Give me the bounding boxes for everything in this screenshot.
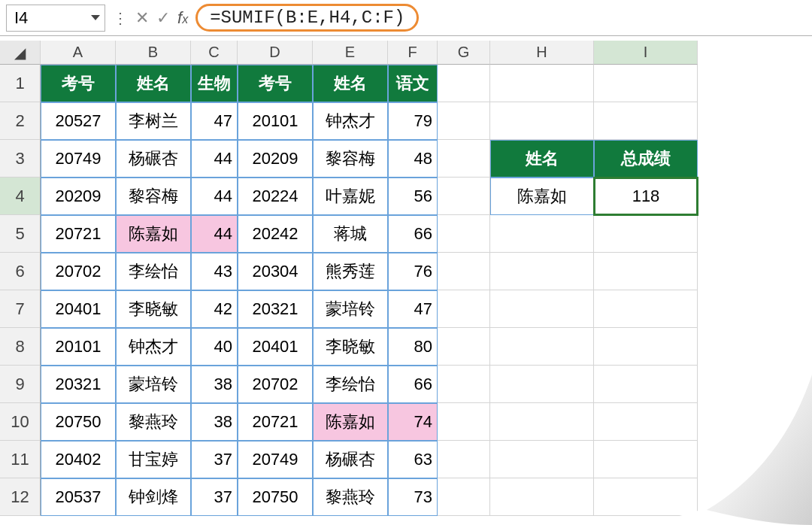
cell[interactable]: 蒙培铃 xyxy=(313,290,388,328)
cell[interactable]: 20721 xyxy=(238,403,313,441)
header-cell[interactable]: 考号 xyxy=(238,65,313,102)
cell[interactable]: 42 xyxy=(191,290,238,328)
cell[interactable]: 黎燕玲 xyxy=(313,478,388,516)
selected-cell[interactable]: 118 xyxy=(594,178,698,215)
cell[interactable] xyxy=(594,403,698,441)
row-header[interactable]: 10 xyxy=(0,403,41,441)
cell[interactable] xyxy=(594,253,698,290)
cell[interactable]: 47 xyxy=(388,290,438,328)
cell[interactable]: 姓名 xyxy=(490,140,594,178)
cell[interactable]: 20537 xyxy=(41,478,116,516)
cell[interactable]: 李晓敏 xyxy=(116,290,191,328)
cell[interactable]: 44 xyxy=(191,140,238,178)
cell[interactable]: 钟剑烽 xyxy=(116,478,191,516)
cell[interactable]: 20750 xyxy=(41,403,116,441)
cell[interactable] xyxy=(490,441,594,478)
cell[interactable] xyxy=(490,65,594,102)
cell[interactable] xyxy=(490,478,594,516)
cell[interactable]: 陈嘉如 xyxy=(313,403,388,441)
fx-icon[interactable]: fx xyxy=(177,8,188,28)
cell[interactable]: 甘宝婷 xyxy=(116,441,191,478)
cell[interactable]: 20224 xyxy=(238,178,313,215)
cell[interactable] xyxy=(438,178,490,215)
cell[interactable] xyxy=(438,215,490,253)
col-header[interactable]: C xyxy=(191,41,238,65)
cell[interactable] xyxy=(594,478,698,516)
cell[interactable]: 20402 xyxy=(41,441,116,478)
formula-input[interactable]: =SUMIF(B:E,H4,C:F) xyxy=(195,4,419,32)
cell[interactable]: 总成绩 xyxy=(594,140,698,178)
cell[interactable]: 66 xyxy=(388,215,438,253)
header-cell[interactable]: 姓名 xyxy=(116,65,191,102)
col-header[interactable]: F xyxy=(388,41,438,65)
cell[interactable] xyxy=(490,102,594,140)
cell[interactable]: 李绘怡 xyxy=(116,253,191,290)
cell[interactable]: 20527 xyxy=(41,102,116,140)
cell[interactable] xyxy=(438,140,490,178)
row-header[interactable]: 7 xyxy=(0,290,41,328)
cell[interactable] xyxy=(594,102,698,140)
cell[interactable]: 63 xyxy=(388,441,438,478)
cell[interactable]: 80 xyxy=(388,328,438,366)
header-cell[interactable]: 生物 xyxy=(191,65,238,102)
cell[interactable]: 37 xyxy=(191,441,238,478)
col-header[interactable]: H xyxy=(490,41,594,65)
row-header[interactable]: 12 xyxy=(0,478,41,516)
cell[interactable] xyxy=(438,102,490,140)
cell[interactable]: 20702 xyxy=(238,366,313,403)
cell[interactable]: 37 xyxy=(191,478,238,516)
cell[interactable]: 20101 xyxy=(41,328,116,366)
cell[interactable]: 黎容梅 xyxy=(116,178,191,215)
cell[interactable]: 20749 xyxy=(41,140,116,178)
row-header[interactable]: 9 xyxy=(0,366,41,403)
cell[interactable] xyxy=(594,366,698,403)
cell[interactable] xyxy=(438,253,490,290)
cell[interactable] xyxy=(490,403,594,441)
cell[interactable]: 20304 xyxy=(238,253,313,290)
cell[interactable]: 李绘怡 xyxy=(313,366,388,403)
row-header[interactable]: 5 xyxy=(0,215,41,253)
cell[interactable] xyxy=(438,65,490,102)
cell[interactable]: 李晓敏 xyxy=(313,328,388,366)
cell[interactable]: 钟杰才 xyxy=(313,102,388,140)
cell[interactable]: 66 xyxy=(388,366,438,403)
cell[interactable]: 杨碾杏 xyxy=(313,441,388,478)
cell[interactable]: 48 xyxy=(388,140,438,178)
cell[interactable] xyxy=(438,478,490,516)
row-header[interactable]: 8 xyxy=(0,328,41,366)
row-header[interactable]: 2 xyxy=(0,102,41,140)
cell[interactable]: 56 xyxy=(388,178,438,215)
cell[interactable] xyxy=(490,328,594,366)
cell[interactable] xyxy=(438,290,490,328)
cell[interactable] xyxy=(594,328,698,366)
col-header[interactable]: D xyxy=(238,41,313,65)
cell[interactable]: 陈嘉如 xyxy=(490,178,594,215)
cell[interactable] xyxy=(438,441,490,478)
cell[interactable]: 20749 xyxy=(238,441,313,478)
row-header[interactable]: 6 xyxy=(0,253,41,290)
cell[interactable]: 蒙培铃 xyxy=(116,366,191,403)
cell[interactable]: 47 xyxy=(191,102,238,140)
cell[interactable] xyxy=(490,253,594,290)
cell[interactable]: 20321 xyxy=(238,290,313,328)
cell[interactable] xyxy=(594,215,698,253)
cell[interactable]: 叶嘉妮 xyxy=(313,178,388,215)
row-header[interactable]: 3 xyxy=(0,140,41,178)
col-header[interactable]: E xyxy=(313,41,388,65)
cancel-icon[interactable]: ✕ xyxy=(135,8,149,28)
cell[interactable]: 20401 xyxy=(238,328,313,366)
cell[interactable] xyxy=(490,290,594,328)
col-header[interactable]: G xyxy=(438,41,490,65)
header-cell[interactable]: 考号 xyxy=(41,65,116,102)
col-header[interactable]: I xyxy=(594,41,698,65)
cell[interactable]: 38 xyxy=(191,366,238,403)
cell[interactable]: 熊秀莲 xyxy=(313,253,388,290)
cell[interactable] xyxy=(438,403,490,441)
select-all-corner[interactable]: ◢ xyxy=(0,41,41,65)
cell[interactable]: 20242 xyxy=(238,215,313,253)
cell[interactable]: 20101 xyxy=(238,102,313,140)
row-header[interactable]: 1 xyxy=(0,65,41,102)
cell[interactable]: 陈嘉如 xyxy=(116,215,191,253)
cell[interactable]: 79 xyxy=(388,102,438,140)
cell[interactable]: 20321 xyxy=(41,366,116,403)
